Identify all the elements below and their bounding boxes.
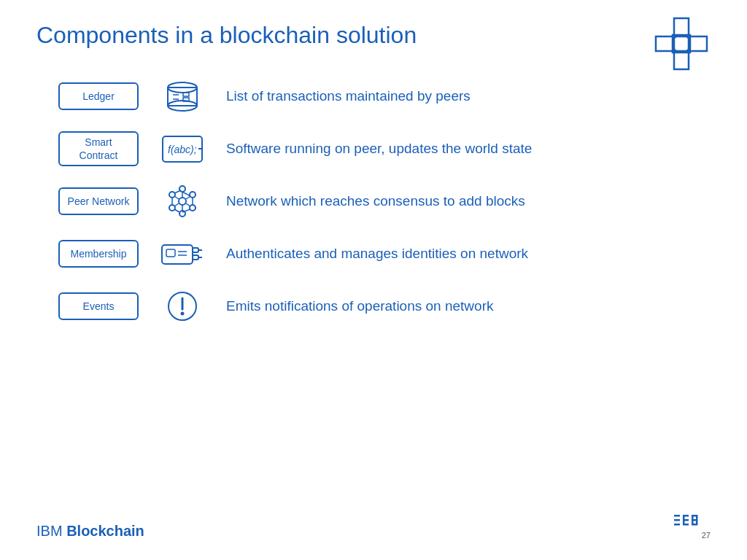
ledger-label: Ledger xyxy=(58,82,139,110)
events-row: Events Emits notifications of operations… xyxy=(58,288,711,324)
svg-rect-13 xyxy=(183,98,189,101)
svg-point-46 xyxy=(180,311,184,315)
svg-rect-48 xyxy=(674,519,680,521)
svg-point-23 xyxy=(169,192,175,198)
events-description: Emits notifications of operations on net… xyxy=(226,298,711,314)
ledger-row: Ledger List of transactions maintained b… xyxy=(58,78,711,114)
svg-rect-59 xyxy=(696,515,698,525)
ledger-description: List of transactions maintained by peers xyxy=(226,88,711,104)
svg-line-25 xyxy=(186,196,190,199)
peer-network-icon xyxy=(160,183,204,219)
membership-description: Authenticates and manages identities on … xyxy=(226,246,711,262)
smart-contract-label: Smart Contract xyxy=(58,131,139,166)
ledger-icon xyxy=(160,78,204,114)
svg-point-20 xyxy=(190,205,196,211)
smart-contract-description: Software running on peer, updates the wo… xyxy=(226,141,711,157)
svg-rect-1 xyxy=(656,36,707,51)
svg-rect-8 xyxy=(168,88,197,106)
svg-point-19 xyxy=(190,192,196,198)
svg-line-33 xyxy=(174,209,179,212)
membership-icon xyxy=(160,236,204,272)
svg-rect-37 xyxy=(193,248,198,252)
page-title: Components in a blockchain solution xyxy=(36,22,711,49)
page-number: 27 xyxy=(702,531,711,540)
svg-rect-41 xyxy=(166,249,175,257)
smart-contract-row: Smart Contract f(abc); Software running … xyxy=(58,131,711,167)
events-label: Events xyxy=(58,292,139,320)
svg-line-26 xyxy=(186,203,190,206)
svg-line-35 xyxy=(174,190,181,193)
svg-point-6 xyxy=(686,49,691,53)
svg-rect-58 xyxy=(692,515,694,525)
svg-line-29 xyxy=(174,196,179,199)
membership-label: Membership xyxy=(58,240,139,268)
svg-line-28 xyxy=(174,203,179,206)
svg-text:f(abc);: f(abc); xyxy=(168,144,197,155)
svg-rect-38 xyxy=(193,255,198,260)
events-icon xyxy=(160,288,204,324)
peer-network-row: Peer Network xyxy=(58,183,711,219)
ibm-logo-svg xyxy=(674,513,711,528)
ibm-logo-right: 27 xyxy=(674,513,711,540)
blockchain-label: Blockchain xyxy=(66,523,144,539)
svg-rect-0 xyxy=(674,18,689,69)
peer-network-description: Network which reaches consensus to add b… xyxy=(226,193,711,209)
ibm-footer-logo: IBM Blockchain xyxy=(36,523,144,540)
svg-point-5 xyxy=(672,49,676,53)
svg-point-17 xyxy=(179,198,186,205)
svg-rect-47 xyxy=(674,515,680,517)
svg-rect-54 xyxy=(683,515,685,525)
ibm-label: IBM Blockchain xyxy=(36,523,144,540)
smart-contract-icon: f(abc); xyxy=(160,131,204,167)
ibm-blockchain-icon xyxy=(652,15,711,73)
svg-point-3 xyxy=(672,34,676,39)
peer-network-label: Peer Network xyxy=(58,187,139,215)
content-area: Ledger List of transactions maintained b… xyxy=(58,78,711,324)
svg-point-22 xyxy=(169,205,175,211)
svg-point-4 xyxy=(686,34,691,39)
svg-rect-12 xyxy=(183,93,189,96)
svg-rect-49 xyxy=(674,524,680,526)
membership-row: Membership Authenticates and manages ide… xyxy=(58,236,711,272)
